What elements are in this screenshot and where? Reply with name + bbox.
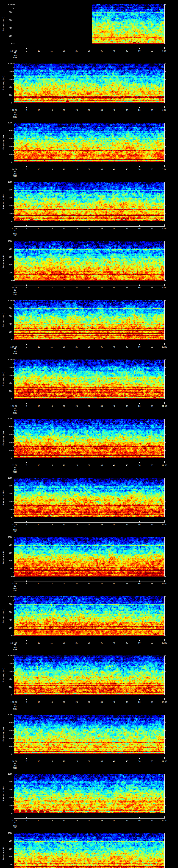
time-axis: [14, 106, 165, 108]
y-axis-tick: [12, 537, 14, 537]
y-axis-tick-label: 800: [5, 721, 12, 723]
time-axis-tick-label: 10: [32, 50, 46, 52]
time-axis-tick: [26, 166, 27, 167]
y-axis-tick-label: 600: [5, 374, 12, 376]
time-axis-tick: [127, 462, 127, 463]
right-axis-tick: [165, 134, 165, 135]
right-axis-tick: [165, 138, 166, 139]
date-line: 29: [8, 466, 22, 469]
time-axis-tick: [64, 225, 64, 226]
y-axis-tick: [12, 206, 14, 206]
y-axis-tick: [12, 95, 14, 95]
y-axis-tick: [13, 328, 14, 328]
axis-cap: [14, 458, 15, 458]
y-axis-tick: [13, 794, 14, 794]
spectrogram-plot-area: [14, 655, 165, 695]
right-axis-tick: [165, 83, 165, 84]
time-axis-tick: [26, 817, 27, 818]
right-axis-tick: [165, 91, 165, 91]
y-axis-tick-label: 1000: [5, 62, 12, 65]
y-axis-tick: [12, 715, 14, 715]
right-axis-tick: [165, 478, 166, 478]
time-axis-tick-label: 7:00: [157, 168, 172, 170]
y-axis-tick: [13, 513, 14, 514]
right-axis-tick: [165, 659, 165, 660]
right-axis-tick: [165, 833, 166, 833]
time-axis-tick: [26, 344, 27, 345]
y-axis-tick: [12, 576, 14, 577]
time-axis-tick: [64, 48, 64, 49]
time-axis-tick: [52, 699, 52, 700]
y-axis-tick: [12, 103, 14, 103]
time-axis-tick-label: 13:00: [157, 523, 172, 526]
y-axis-tick: [13, 845, 14, 845]
y-axis-tick-label: 0: [5, 102, 12, 104]
y-axis-tick: [13, 91, 14, 91]
y-axis-tick: [13, 217, 14, 218]
time-axis-tick: [64, 462, 64, 463]
right-axis-tick: [165, 245, 165, 245]
right-axis-tick: [165, 273, 166, 273]
y-axis-tick-label: 800: [5, 544, 12, 546]
y-axis-tick: [13, 853, 14, 853]
y-axis-tick-label: 200: [5, 272, 12, 274]
right-axis-tick: [165, 636, 166, 636]
right-axis-tick: [165, 221, 166, 221]
date-line: Jun: [8, 350, 22, 352]
date-line: 29: [8, 585, 22, 587]
right-axis-tick: [165, 336, 165, 336]
right-axis-tick: [165, 383, 166, 383]
time-axis-tick: [77, 48, 77, 49]
date-line: 2015: [8, 708, 22, 710]
time-axis-tick: [127, 817, 127, 818]
spectrogram-plot-area: [14, 833, 165, 868]
time-axis-tick-label: 8:00: [157, 227, 172, 229]
right-axis-tick: [165, 490, 165, 490]
time-axis: [14, 283, 165, 286]
time-axis-tick-label: 40: [107, 287, 121, 289]
y-axis-tick-label: 200: [5, 568, 12, 570]
time-axis-tick-label: 16:00: [157, 701, 172, 703]
time-axis-tick-label: 10: [32, 109, 46, 111]
time-axis-tick: [77, 403, 77, 404]
time-axis: [14, 402, 165, 404]
date-line: 2015: [8, 352, 22, 355]
time-axis-tick-label: 40: [107, 109, 121, 111]
right-axis-tick: [165, 257, 166, 257]
y-axis-tick-label: 1000: [5, 418, 12, 420]
right-axis-tick: [165, 123, 166, 123]
time-axis-tick-label: 10: [32, 168, 46, 170]
y-axis-tick-label: 1000: [5, 122, 12, 124]
y-axis-tick: [12, 123, 14, 123]
y-axis-tick: [12, 316, 14, 316]
time-axis-tick-label: 40: [107, 464, 121, 466]
time-axis-tick: [64, 758, 64, 759]
y-axis-tick-label: 1000: [5, 3, 12, 5]
time-axis-tick: [127, 581, 127, 582]
date-line: Jun: [8, 469, 22, 471]
spectrogram-plot-area: [14, 715, 165, 754]
y-axis-tick: [13, 490, 14, 490]
time-axis-tick: [14, 284, 14, 286]
y-axis-tick: [12, 687, 14, 687]
y-axis-tick-label: 1000: [5, 240, 12, 242]
time-axis-tick: [14, 816, 14, 818]
y-axis-tick: [12, 300, 14, 301]
y-axis-tick: [13, 482, 14, 482]
y-axis-tick: [13, 726, 14, 727]
spectrogram-panel: Frequency (Hz) 020040060080010001:10:005…: [0, 355, 178, 414]
time-axis-tick-label: 10: [32, 642, 46, 644]
y-axis-tick-label: 600: [5, 730, 12, 732]
time-axis-tick-label: 40: [107, 168, 121, 170]
spectrogram-panel: Frequency (Hz) 020040060080010001:15:005…: [0, 651, 178, 710]
right-axis-tick: [165, 861, 165, 861]
time-axis-tick-label: 10: [32, 287, 46, 289]
date-line: Jun: [8, 824, 22, 826]
y-axis-tick: [13, 572, 14, 573]
spectrogram-panel: Frequency (Hz) 020040060080010001:17:005…: [0, 770, 178, 829]
time-axis-tick: [127, 521, 127, 523]
time-axis-tick-label: 40: [107, 405, 121, 407]
right-axis-tick: [165, 715, 166, 715]
date-line: 29: [8, 763, 22, 765]
y-axis-tick-label: 400: [5, 382, 12, 384]
